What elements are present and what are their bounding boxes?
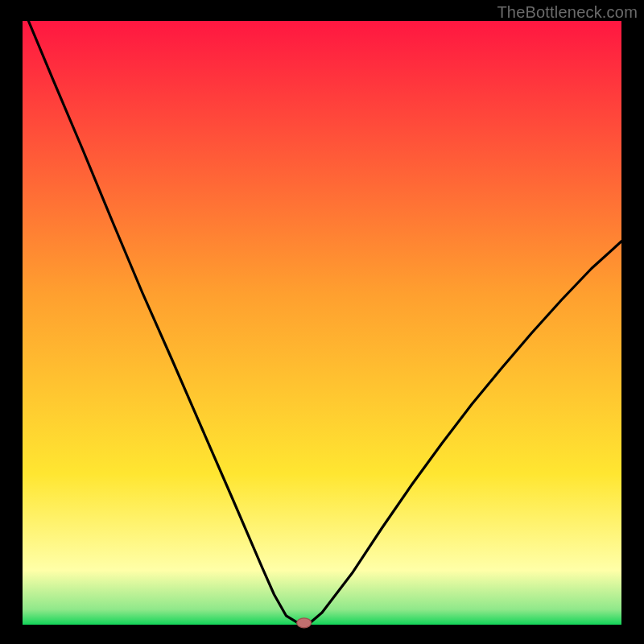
chart-svg	[0, 0, 644, 644]
optimal-point-marker	[297, 618, 312, 628]
plot-area	[23, 21, 621, 625]
watermark-label: TheBottleneck.com	[497, 3, 638, 22]
chart-container: TheBottleneck.com	[0, 0, 644, 644]
